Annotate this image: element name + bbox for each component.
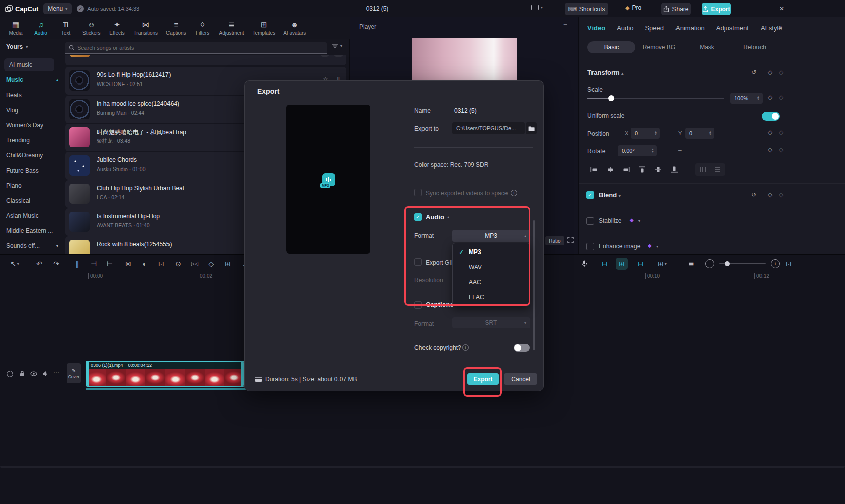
- format-option-aac[interactable]: AAC: [453, 275, 530, 290]
- export-path-input[interactable]: C:/Users/TOPGUS/De...: [452, 122, 525, 134]
- keyframe-icon[interactable]: ◇: [768, 129, 772, 136]
- transform-section-header[interactable]: Transform ▴: [587, 69, 623, 76]
- chevron-up-icon[interactable]: ▴: [447, 215, 449, 219]
- blend-checkbox[interactable]: ✓: [586, 191, 594, 199]
- close-button[interactable]: ✕: [775, 2, 789, 16]
- distribute-v-icon[interactable]: [714, 166, 721, 173]
- delete-icon[interactable]: ⊠: [122, 258, 134, 270]
- record-icon[interactable]: ⊙: [172, 258, 184, 270]
- fit-timeline-icon[interactable]: ⊡: [783, 258, 795, 270]
- sidebar-item-chill-dreamy[interactable]: Chill&Dreamy: [6, 149, 58, 162]
- cancel-button[interactable]: Cancel: [504, 373, 537, 385]
- position-y-stepper[interactable]: 0 ▲▼: [685, 128, 714, 139]
- search-input[interactable]: [77, 42, 324, 53]
- reset-icon[interactable]: ↺: [751, 69, 756, 76]
- sidebar-item-beats[interactable]: Beats: [6, 89, 58, 102]
- captions-checkbox[interactable]: [414, 301, 422, 309]
- tab-media[interactable]: ▦Media: [7, 21, 24, 36]
- timeline-clip[interactable]: 0306 (1)(1).mp4 00:00:04:12: [86, 361, 245, 387]
- sidebar-item-trending[interactable]: Trending: [6, 134, 58, 147]
- sidebar-item-asian-music[interactable]: Asian Music: [6, 209, 58, 222]
- zoom-slider-handle[interactable]: [725, 261, 730, 266]
- mask-icon[interactable]: ◐: [139, 258, 151, 270]
- tab-filters[interactable]: ◊Filters: [194, 21, 211, 36]
- track-height-icon[interactable]: ≣: [685, 258, 697, 270]
- rotate-stepper[interactable]: 0.00° ▲▼: [618, 145, 657, 156]
- copyright-toggle[interactable]: [514, 344, 530, 352]
- dialog-scrollbar[interactable]: [533, 220, 535, 350]
- tab-adjustment[interactable]: ≣Adjustment: [219, 21, 244, 36]
- sidebar-item-sound-effects[interactable]: Sounds eff...▾: [6, 239, 58, 253]
- tab-transitions[interactable]: ⋈Transitions: [134, 21, 158, 36]
- keyframe-icon[interactable]: ◇: [779, 146, 783, 153]
- filter-button[interactable]: ▾: [332, 43, 342, 49]
- format-option-wav[interactable]: WAV: [453, 260, 530, 275]
- display-mode-button[interactable]: ▾: [531, 5, 543, 10]
- mute-track-icon[interactable]: [42, 371, 48, 377]
- trim-left-icon[interactable]: ⊣: [88, 258, 100, 270]
- fullscreen-icon[interactable]: [567, 237, 574, 243]
- shortcuts-button[interactable]: ⌨ Shortcuts: [565, 3, 608, 15]
- format-dropdown[interactable]: MP3 ▴: [452, 230, 530, 242]
- pro-badge[interactable]: ◆ Pro: [625, 4, 641, 11]
- align-top-icon[interactable]: [636, 164, 649, 175]
- minimize-button[interactable]: —: [743, 2, 757, 16]
- tab-speed[interactable]: Speed: [645, 24, 664, 32]
- share-button[interactable]: Share: [661, 3, 691, 15]
- captions-format-dropdown[interactable]: SRT ▾: [452, 317, 530, 328]
- tab-video[interactable]: Video: [587, 24, 605, 32]
- more-options-icon[interactable]: ⋯: [53, 369, 59, 376]
- redo-icon[interactable]: ↷: [50, 258, 62, 270]
- tab-text[interactable]: TIText: [57, 21, 74, 36]
- tab-audio-inspector[interactable]: Audio: [617, 24, 633, 32]
- tab-adjustment-inspector[interactable]: Adjustment: [716, 24, 749, 32]
- freeze-frame-icon[interactable]: ◇: [205, 258, 217, 270]
- tab-effects[interactable]: ✦Effects: [109, 21, 126, 36]
- crop-icon[interactable]: ⊞: [222, 258, 234, 270]
- timeline-scrollbar[interactable]: [0, 466, 845, 468]
- zoom-out-icon[interactable]: −: [705, 259, 714, 268]
- clip-trim-handle-right[interactable]: [241, 362, 244, 386]
- split-icon[interactable]: ∥: [71, 258, 83, 270]
- keyframe-icon[interactable]: ◇: [768, 146, 772, 153]
- clip-trim-handle-left[interactable]: [87, 362, 89, 386]
- export-button-top[interactable]: Export: [702, 3, 731, 15]
- zoom-in-icon[interactable]: +: [771, 259, 780, 268]
- align-center-h-icon[interactable]: [604, 164, 617, 175]
- reset-icon[interactable]: ↺: [751, 191, 756, 198]
- linkage-icon[interactable]: ⊟: [635, 258, 647, 270]
- player-menu-icon[interactable]: ≡: [563, 22, 567, 30]
- keyframe-icon[interactable]: ◇: [768, 69, 772, 76]
- name-value[interactable]: 0312 (5): [454, 107, 477, 114]
- sidebar-item-middle-eastern[interactable]: Middle Eastern ...: [6, 224, 58, 237]
- align-left-icon[interactable]: [587, 164, 601, 175]
- undo-icon[interactable]: ↶: [33, 258, 45, 270]
- tab-captions[interactable]: ≡Captions: [166, 21, 186, 36]
- browse-folder-button[interactable]: [526, 122, 537, 134]
- stepper-arrows[interactable]: ▲▼: [651, 148, 654, 153]
- keyframe-icon[interactable]: ◇: [768, 94, 772, 101]
- format-option-mp3[interactable]: ✓MP3: [453, 244, 530, 260]
- uniform-scale-toggle[interactable]: [762, 112, 780, 121]
- sidebar-item-ai-music[interactable]: AI music: [4, 58, 54, 71]
- subtab-retouch[interactable]: Retouch: [731, 41, 779, 53]
- subtab-mask[interactable]: Mask: [683, 41, 731, 53]
- subtab-basic[interactable]: Basic: [587, 41, 635, 53]
- rotate-dial-icon[interactable]: –: [678, 147, 682, 154]
- sidebar-item-vlog[interactable]: Vlog: [6, 104, 58, 117]
- enhance-image-checkbox[interactable]: [586, 243, 594, 250]
- yours-dropdown[interactable]: Yours▾: [6, 43, 28, 50]
- align-middle-v-icon[interactable]: [652, 164, 665, 175]
- tabs-overflow-icon[interactable]: »: [779, 23, 782, 31]
- menu-button[interactable]: Menu ▾: [43, 3, 72, 14]
- tab-stickers[interactable]: ☺Stickers: [82, 21, 101, 36]
- keyframe-icon[interactable]: ◇: [779, 191, 783, 198]
- voiceover-mic-icon[interactable]: [578, 258, 590, 270]
- hide-track-icon[interactable]: [30, 371, 37, 376]
- scale-value-stepper[interactable]: 100% ▲▼: [730, 93, 763, 104]
- export-gif-checkbox[interactable]: [414, 258, 422, 266]
- distribute-h-icon[interactable]: [699, 166, 706, 173]
- position-x-stepper[interactable]: 0 ▲▼: [631, 128, 660, 139]
- chevron-down-icon[interactable]: ▾: [656, 244, 658, 249]
- mirror-icon[interactable]: ▷◁: [189, 258, 201, 270]
